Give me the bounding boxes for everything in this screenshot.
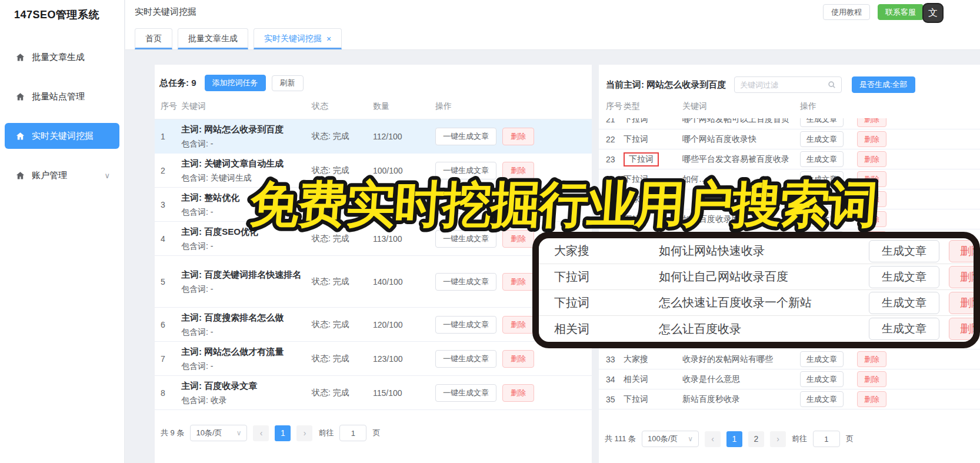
delete-button[interactable]: 删除 — [502, 162, 534, 179]
keywords-page-1-button[interactable]: 1 — [726, 431, 742, 447]
delete-button[interactable]: 删除 — [857, 118, 886, 127]
generate-article-button[interactable]: 生成文章 — [800, 151, 844, 167]
delete-button[interactable]: 删除 — [857, 131, 886, 147]
close-icon[interactable]: × — [326, 35, 331, 43]
tasks-table-body: 1 主词: 网站怎么收录到百度 包含词: - 状态: 完成 112/100 一键… — [155, 119, 592, 410]
generate-article-button[interactable]: 一键生成文章 — [435, 230, 496, 248]
generate-article-button[interactable]: 生成文章 — [800, 191, 844, 207]
tasks-page-size-select[interactable]: 10条/页 ∨ — [190, 425, 247, 441]
task-main-keyword: 主词: 整站优化 — [181, 191, 312, 204]
keyword-type: 下拉词 — [624, 214, 648, 224]
delete-button[interactable]: 删除 — [857, 151, 886, 167]
current-main-keyword: 当前主词: 网站怎么收录到百度 — [606, 79, 734, 91]
generate-article-button[interactable]: 一键生成文章 — [435, 350, 496, 368]
tutorial-button[interactable]: 使用教程 — [823, 4, 870, 20]
keywords-page-2-button[interactable]: 2 — [748, 431, 764, 447]
delete-button[interactable]: 删除 — [857, 371, 886, 387]
sidebar-item-account[interactable]: 账户管理 ∨ — [5, 162, 119, 188]
keyword-text: 哪些平台发文容易被百度收录 — [682, 154, 800, 165]
delete-button[interactable]: 删除 — [502, 196, 534, 214]
tasks-goto-label: 前往 — [318, 428, 334, 438]
tasks-prev-page-button[interactable]: ‹ — [253, 425, 269, 441]
delete-button[interactable]: 删除 — [949, 266, 980, 288]
tasks-page-1-button[interactable]: 1 — [275, 425, 291, 441]
generate-article-button[interactable]: 生成文章 — [869, 318, 939, 340]
task-quantity: 100/100 — [373, 166, 435, 175]
delete-button[interactable]: 删除 — [857, 351, 886, 367]
delete-button[interactable]: 删除 — [502, 273, 534, 291]
delete-button[interactable]: 删除 — [502, 230, 534, 248]
generate-article-button[interactable]: 生成文章 — [800, 371, 844, 387]
task-status: 状态: 完成 — [312, 354, 373, 364]
keyword-row: 23 下拉词 哪些平台发文容易被百度收录 生成文章 删除 — [599, 149, 980, 169]
tasks-goto-input[interactable] — [339, 425, 366, 441]
col-index: 序号 — [155, 101, 181, 112]
generate-article-button[interactable]: 生成文章 — [800, 391, 844, 407]
delete-button[interactable]: 删除 — [502, 350, 534, 368]
generate-article-button[interactable]: 生成文章 — [800, 171, 844, 187]
keywords-total-count: 共 111 条 — [605, 434, 636, 444]
inset-row: 下拉词 如何让自己网站收录百度 生成文章 删除 — [539, 264, 974, 290]
tasks-next-page-button[interactable]: › — [296, 425, 312, 441]
task-included-words: 包含词: - — [181, 139, 312, 149]
keyword-text: 收录是什么意思 — [682, 374, 800, 385]
keywords-page-size-select[interactable]: 100条/页 ∨ — [642, 431, 699, 447]
generate-article-button[interactable]: 生成文章 — [800, 211, 844, 227]
keywords-next-page-button[interactable]: › — [770, 431, 786, 447]
tab[interactable]: 首页 — [135, 28, 172, 49]
chevron-down-icon: ∨ — [104, 171, 110, 180]
generate-article-button[interactable]: 一键生成文章 — [435, 384, 496, 402]
zoom-inset-box: 大家搜 如何让网站快速收录 生成文章 删除 下拉词 如何让自己网站收录百度 生成… — [532, 232, 980, 348]
sidebar-item-keyword-mining[interactable]: 实时关键词挖掘 — [5, 123, 119, 149]
app-logo: 147SEO管理系统 — [0, 0, 124, 22]
tab[interactable]: 实时关键词挖掘 × — [254, 28, 342, 49]
keyword-row: 35 下拉词 新站百度秒收录 生成文章 删除 — [599, 389, 980, 409]
generate-article-button[interactable]: 生成文章 — [869, 292, 939, 314]
delete-button[interactable]: 删除 — [949, 240, 980, 262]
generate-article-button[interactable]: 生成文章 — [800, 351, 844, 367]
keywords-prev-page-button[interactable]: ‹ — [705, 431, 721, 447]
chevron-down-icon: ∨ — [236, 429, 242, 437]
sidebar-item-label: 批量文章生成 — [32, 52, 85, 63]
delete-button[interactable]: 删除 — [949, 292, 980, 314]
task-included-words: 包含词: 关键词生成 — [181, 173, 312, 184]
generate-article-button[interactable]: 一键生成文章 — [435, 316, 496, 334]
generate-article-button[interactable]: 一键生成文章 — [435, 128, 496, 145]
tasks-panel: 总任务: 9 添加挖词任务 刷新 序号 关键词 状态 数量 操作 1 主词: 网… — [155, 65, 592, 463]
delete-button[interactable]: 删除 — [857, 391, 886, 407]
keyword-type: 大家搜 — [624, 194, 648, 204]
keyword-filter-input[interactable] — [740, 81, 824, 89]
generate-article-button[interactable]: 生成文章 — [869, 240, 939, 262]
task-row: 2 主词: 关键词文章自动生成 包含词: 关键词生成 状态: 完成 100/10… — [155, 154, 592, 188]
task-index: 6 — [155, 320, 181, 329]
delete-button[interactable]: 删除 — [857, 191, 886, 207]
delete-button[interactable]: 删除 — [949, 318, 980, 340]
generate-article-button[interactable]: 一键生成文章 — [435, 196, 496, 214]
generate-article-button[interactable]: 生成文章 — [869, 266, 939, 288]
keywords-header: 当前主词: 网站怎么收录到百度 是否生成:全部 — [599, 65, 980, 93]
generate-all-button[interactable]: 是否生成:全部 — [852, 76, 915, 93]
translate-icon[interactable]: 文 — [922, 3, 944, 23]
sidebar-item-site-manage[interactable]: 批量站点管理 — [5, 84, 119, 109]
tab[interactable]: 批量文章生成 — [178, 28, 248, 49]
keyword-type: 下拉词 — [624, 152, 659, 166]
add-task-button[interactable]: 添加挖词任务 — [205, 75, 266, 91]
generate-article-button[interactable]: 一键生成文章 — [435, 273, 496, 291]
tasks-toolbar: 总任务: 9 添加挖词任务 刷新 — [155, 65, 592, 91]
generate-article-button[interactable]: 生成文章 — [800, 131, 844, 147]
sidebar-item-article-gen[interactable]: 批量文章生成 — [5, 44, 119, 70]
contact-button[interactable]: 联系客服 — [878, 4, 924, 20]
generate-article-button[interactable]: 一键生成文章 — [435, 162, 496, 179]
keyword-index: 33 — [599, 355, 624, 364]
keywords-goto-input[interactable] — [813, 431, 840, 447]
delete-button[interactable]: 删除 — [502, 128, 534, 145]
task-row: 4 主词: 百度SEO优化 包含词: - 状态: 完成 113/100 一键生成… — [155, 222, 592, 256]
generate-article-button[interactable]: 生成文章 — [800, 118, 844, 127]
refresh-button[interactable]: 刷新 — [272, 75, 304, 91]
delete-button[interactable]: 删除 — [857, 211, 886, 227]
delete-button[interactable]: 删除 — [502, 316, 534, 334]
delete-button[interactable]: 删除 — [502, 384, 534, 402]
delete-button[interactable]: 删除 — [857, 171, 886, 187]
task-index: 2 — [155, 166, 181, 175]
keyword-row: 21 下拉词 哪个网站发帖可以上百度首页 生成文章 删除 — [599, 118, 980, 129]
